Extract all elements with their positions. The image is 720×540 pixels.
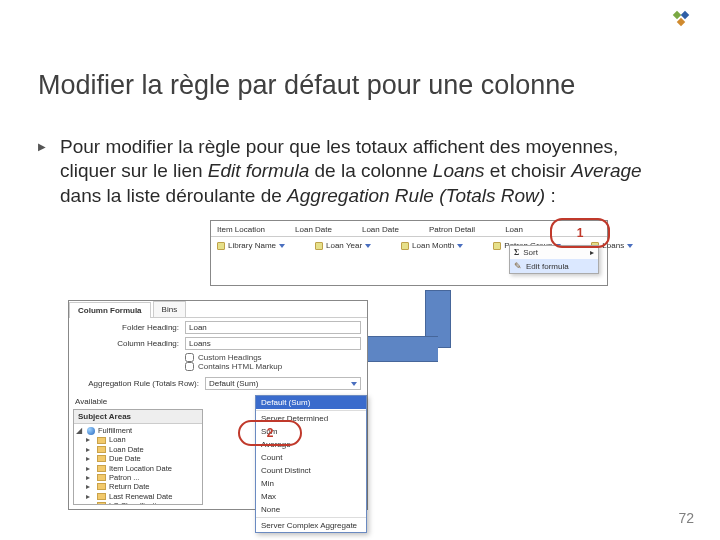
tab-bins[interactable]: Bins <box>153 301 187 317</box>
folder-icon <box>97 465 106 472</box>
sort-icon: Σ <box>514 248 519 257</box>
page-number: 72 <box>678 510 694 526</box>
globe-icon <box>87 427 95 435</box>
tree-header: Subject Areas <box>74 410 202 424</box>
tree-root[interactable]: ◢Fulfillment <box>76 426 200 435</box>
column-icon <box>401 242 409 250</box>
column-icon <box>315 242 323 250</box>
aggregation-dropdown-list: Default (Sum) Server Determined Sum Aver… <box>255 395 367 533</box>
dropdown-option[interactable]: Count <box>256 451 366 464</box>
chevron-down-icon[interactable] <box>365 244 371 248</box>
column-icon <box>493 242 501 250</box>
svg-rect-1 <box>681 11 689 19</box>
callout-2: 2 <box>238 420 302 446</box>
checkbox-custom-headings[interactable] <box>185 353 194 362</box>
column-icon <box>217 242 225 250</box>
tree-folder[interactable]: ▸Patron ... <box>76 473 200 482</box>
label-column-heading: Column Heading: <box>75 339 185 348</box>
tree-folder[interactable]: ▸Last Renewal Date <box>76 492 200 501</box>
bullet-marker: ▶ <box>38 141 46 152</box>
tree-folder[interactable]: ▸Return Date <box>76 482 200 491</box>
dropdown-option[interactable]: Server Complex Aggregate <box>256 519 366 532</box>
label-aggregation-rule: Aggregation Rule (Totals Row): <box>75 379 205 388</box>
tree-folder[interactable]: ▸LC Classifications <box>76 501 200 505</box>
folder-icon <box>97 455 106 462</box>
menu-item-edit-formula[interactable]: ✎Edit formula <box>510 259 598 273</box>
label-html-markup: Contains HTML Markup <box>198 362 282 371</box>
label-available: Available <box>75 397 107 406</box>
folder-icon <box>97 437 106 444</box>
chevron-down-icon <box>351 382 357 386</box>
label-folder-heading: Folder Heading: <box>75 323 185 332</box>
callout-1: 1 <box>550 218 610 248</box>
chevron-down-icon[interactable] <box>279 244 285 248</box>
column-context-menu: ΣSort▸ ✎Edit formula <box>509 245 599 274</box>
tree-folder[interactable]: ▸Loan Date <box>76 445 200 454</box>
column-pill[interactable]: Loan Year <box>315 241 371 250</box>
criteria-columns-row: Item Location Loan Date Loan Date Patron… <box>211 221 607 237</box>
folder-icon <box>97 483 106 490</box>
dropdown-option[interactable]: Count Distinct <box>256 464 366 477</box>
checkbox-html-markup[interactable] <box>185 362 194 371</box>
folder-icon <box>97 502 106 505</box>
page-title: Modifier la règle par défaut pour une co… <box>38 70 575 101</box>
folder-icon <box>97 474 106 481</box>
tree-folder[interactable]: ▸Item Location Date <box>76 464 200 473</box>
input-column-heading[interactable]: Loans <box>185 337 361 350</box>
dropdown-option[interactable]: None <box>256 503 366 516</box>
screenshot-edit-formula-dialog: Column Formula Bins Folder Heading: Loan… <box>68 300 368 510</box>
label-custom-headings: Custom Headings <box>198 353 262 362</box>
dropdown-option[interactable]: Min <box>256 477 366 490</box>
svg-rect-2 <box>677 18 685 26</box>
instruction-text: Pour modifier la règle pour que les tota… <box>60 135 678 208</box>
folder-icon <box>97 493 106 500</box>
dropdown-option[interactable]: Default (Sum) <box>256 396 366 409</box>
chevron-down-icon[interactable] <box>627 244 633 248</box>
chevron-down-icon[interactable] <box>457 244 463 248</box>
pencil-icon: ✎ <box>514 261 522 271</box>
screenshot-columns: Item Location Loan Date Loan Date Patron… <box>210 220 608 286</box>
brand-logo <box>672 10 690 28</box>
input-folder-heading[interactable]: Loan <box>185 321 361 334</box>
dialog-tabs: Column Formula Bins <box>69 301 367 318</box>
folder-icon <box>97 446 106 453</box>
tab-column-formula[interactable]: Column Formula <box>69 302 151 318</box>
column-pill[interactable]: Library Name <box>217 241 285 250</box>
tree-folder[interactable]: ▸Loan <box>76 435 200 444</box>
column-pill[interactable]: Loan Month <box>401 241 463 250</box>
tree-folder[interactable]: ▸Due Date <box>76 454 200 463</box>
svg-rect-0 <box>673 11 681 19</box>
select-aggregation-rule[interactable]: Default (Sum) <box>205 377 361 390</box>
subject-areas-tree[interactable]: Subject Areas ◢Fulfillment ▸Loan ▸Loan D… <box>73 409 203 505</box>
instruction-bullet: ▶ Pour modifier la règle pour que les to… <box>38 135 678 208</box>
dropdown-option[interactable]: Max <box>256 490 366 503</box>
